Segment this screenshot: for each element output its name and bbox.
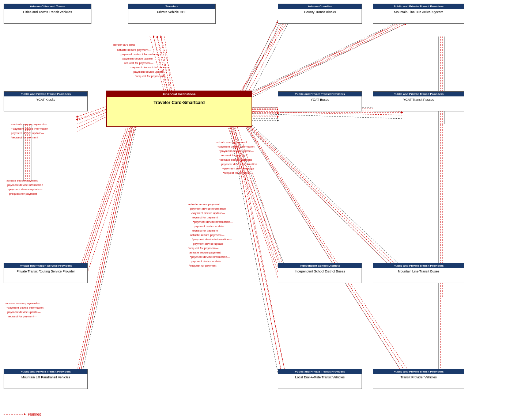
arrow-label-req-left-lower: prequest for payment— [9, 192, 40, 195]
svg-line-25 [241, 20, 413, 102]
ycat-transit-passes-header: Public and Private Transit Providers [373, 92, 464, 96]
local-dial-header: Public and Private Transit Providers [278, 369, 362, 374]
ycat-transit-passes-body: YCAT Transit Passes [373, 96, 464, 111]
svg-line-66 [79, 122, 133, 373]
arrow-label-actuate-2: actuate secure payment— [117, 48, 151, 51]
legend-line-planned [4, 412, 26, 416]
svg-line-6 [150, 37, 165, 93]
arrow-label-payment-info-1: ⌐payment device information— [11, 127, 52, 130]
svg-line-74 [241, 119, 406, 373]
transit-provider-node: Public and Private Transit Providers Tra… [373, 369, 464, 389]
arrow-label-actuate-mid-lower2: *payment device information— [193, 220, 233, 224]
mountain-line-bus-body: Mountain Line Bus Arrival System [373, 9, 464, 23]
arizona-cities-node: Arizona Cities and Towns Cities and Town… [4, 4, 91, 24]
arrow-label-update-ycat-buses: *payment device update— [219, 149, 254, 153]
local-dial-node: Public and Private Transit Providers Loc… [278, 369, 362, 389]
arrow-label-actuate-routing: actuate secure payment— [5, 302, 39, 305]
arrow-label-update-ycat-buses2: ~payment device update— [222, 167, 257, 170]
ycat-buses-body: YCAT Buses [278, 96, 362, 111]
svg-line-10 [165, 37, 172, 93]
svg-line-73 [241, 121, 402, 373]
arrow-label-actuate-1: ⌐actuate secure payment— [11, 123, 47, 126]
arizona-counties-header: Arizona Counties [278, 4, 362, 9]
svg-line-47 [82, 122, 133, 278]
arizona-cities-body: Cities and Towns Transit Vehicles [4, 9, 91, 23]
ycat-kiosks-header: Public and Private Transit Providers [4, 92, 87, 96]
financial-node: Financial Institutions Traveler Card-Sma… [106, 91, 252, 127]
svg-line-58 [241, 117, 409, 278]
ycat-kiosks-body: YCAT Kiosks [4, 96, 87, 111]
svg-line-44 [80, 122, 132, 278]
arrow-label-request-1: *request for payment— [11, 136, 41, 139]
mountain-line-bus-header: Public and Private Transit Providers [373, 4, 464, 9]
arrow-label-update-mid-lower2: payment device update [194, 225, 224, 228]
private-routing-body: Private Transit Routing Service Provider [4, 268, 87, 283]
svg-line-20 [247, 22, 285, 95]
arizona-counties-node: Arizona Counties County Transit Kiosks [278, 4, 362, 24]
arizona-counties-body: County Transit Kiosks [278, 9, 362, 23]
mountain-lift-header: Public and Private Transit Providers [4, 369, 87, 374]
local-dial-body: Local Dial-A-Ride Transit Vehicles [278, 374, 362, 389]
private-routing-node: Private Information Service Providers Pr… [4, 263, 88, 283]
svg-line-23 [241, 20, 406, 99]
isd-buses-header: Independent School Districts [278, 263, 362, 268]
isd-buses-body: Independent School District Buses [278, 268, 362, 283]
svg-line-46 [79, 122, 130, 278]
svg-line-59 [241, 115, 413, 278]
svg-line-60 [241, 120, 402, 278]
svg-line-12 [157, 37, 172, 93]
svg-line-76 [241, 120, 402, 373]
arrow-label-req-routing: request for payment— [8, 315, 37, 318]
arrow-label-payment-update-2: payment device update— [122, 57, 156, 60]
svg-line-11 [154, 37, 168, 93]
arrows-layer [0, 0, 525, 420]
arrow-label-info-ycat-buses2: payment device information [221, 163, 257, 166]
arrow-label-req-mid-lower: request for payment [192, 216, 218, 219]
svg-line-77 [241, 118, 406, 373]
arrow-label-info-mid-lower: payment device information— [190, 207, 229, 210]
svg-line-7 [154, 37, 166, 93]
svg-line-17 [238, 20, 289, 95]
financial-header: Financial Institutions [107, 91, 252, 97]
mountain-line-transit-body: Mountain Line Transit Buses [373, 268, 464, 283]
svg-line-22 [241, 20, 402, 97]
svg-line-56 [241, 121, 402, 278]
svg-line-16 [239, 20, 285, 95]
arrow-label-request-2: request for payment— [124, 61, 153, 65]
svg-line-13 [161, 37, 175, 93]
svg-line-38 [241, 111, 402, 115]
transit-provider-header: Public and Private Transit Providers [373, 369, 464, 374]
mountain-line-bus-node: Public and Private Transit Providers Mou… [373, 4, 464, 24]
arrow-label-actuate-ycat-buses2: *actuate secure payment [219, 158, 252, 161]
svg-line-62 [77, 122, 132, 373]
arizona-cities-header: Arizona Cities and Towns [4, 4, 91, 9]
isd-buses-node: Independent School Districts Independent… [278, 263, 362, 283]
svg-line-61 [241, 118, 406, 278]
svg-line-48 [86, 122, 137, 278]
svg-line-43 [79, 122, 130, 278]
ycat-buses-header: Public and Private Transit Providers [278, 92, 362, 96]
arrow-label-info-mid-lower4: *payment device information— [190, 255, 230, 259]
svg-line-75 [241, 117, 409, 373]
arrow-label-info-left-lower: payment device information [7, 183, 43, 187]
svg-line-42 [77, 122, 128, 278]
svg-line-21 [250, 22, 289, 95]
svg-line-19 [243, 22, 282, 95]
mountain-lift-node: Public and Private Transit Providers Mou… [4, 369, 88, 389]
mountain-line-transit-header: Public and Private Transit Providers [373, 263, 464, 268]
ycat-transit-passes-node: Public and Private Transit Providers YCA… [373, 91, 464, 111]
legend: Planned [4, 412, 41, 416]
svg-line-14 [241, 20, 278, 95]
svg-line-9 [161, 37, 170, 93]
svg-line-64 [80, 122, 135, 373]
mountain-lift-body: Mountain Lift Paratransit Vehicles [4, 374, 87, 389]
arrow-label-update-mid-lower4: payment device update [191, 260, 221, 263]
arrow-label-req-ycat-buses: request for payment' [221, 154, 248, 157]
legend-label-planned: Planned [28, 412, 41, 416]
arrow-label-request-3: *request for payment— [135, 75, 165, 78]
svg-line-27 [241, 24, 406, 100]
arrow-label-req-mid-lower3: *request for payment— [188, 247, 218, 250]
arrow-label-border-card: border card data [113, 43, 135, 46]
ycat-buses-node: Public and Private Transit Providers YCA… [278, 91, 362, 111]
travelers-header: Travelers [128, 4, 215, 9]
